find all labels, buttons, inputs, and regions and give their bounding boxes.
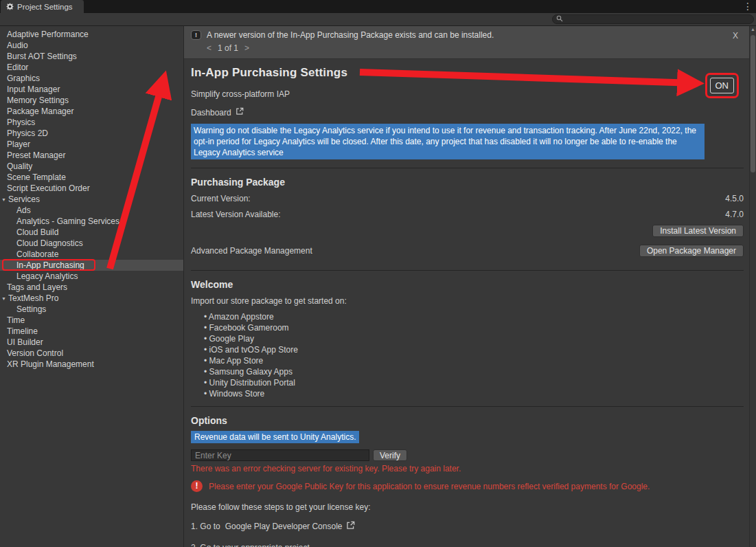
sidebar-item-label: Tags and Layers	[7, 282, 67, 292]
sidebar-item-legacy-analytics[interactable]: Legacy Analytics	[0, 271, 183, 282]
gear-icon	[6, 3, 14, 10]
sidebar-item-script-execution-order[interactable]: Script Execution Order	[0, 183, 183, 194]
search-input[interactable]	[566, 15, 750, 23]
section-divider	[191, 406, 744, 407]
banner-pager: < 1 of 1 >	[207, 43, 742, 53]
scroll-up-icon[interactable]: ▲	[750, 26, 756, 33]
sidebar-item-settings[interactable]: Settings	[0, 304, 183, 315]
purchasing-package-heading: Purchasing Package	[191, 177, 744, 188]
current-version-value: 4.5.0	[725, 194, 744, 203]
dashboard-link-label: Dashboard	[191, 108, 231, 118]
current-version-label: Current Version:	[191, 194, 251, 203]
sidebar-item-label: Services	[8, 194, 40, 204]
sidebar-item-label: Settings	[16, 304, 46, 314]
sidebar-item-label: Editor	[7, 63, 28, 72]
external-link-icon	[346, 521, 355, 532]
sidebar-item-label: Package Manager	[7, 107, 73, 116]
sidebar-item-burst-aot-settings[interactable]: Burst AOT Settings	[0, 51, 183, 62]
search-icon	[556, 14, 563, 24]
search-box[interactable]	[552, 14, 754, 24]
sidebar-item-label: Preset Manager	[7, 150, 65, 160]
sidebar-item-xr-plugin-management[interactable]: XR Plugin Management	[0, 359, 183, 370]
sidebar-item-label: Ads	[16, 205, 31, 215]
toolbar	[0, 13, 756, 26]
store-list: • Amazon Appstore• Facebook Gameroom• Go…	[204, 311, 744, 399]
scrollbar[interactable]: ▲	[749, 26, 756, 547]
sidebar-item-graphics[interactable]: Graphics	[0, 73, 183, 84]
sidebar-item-cloud-diagnostics[interactable]: Cloud Diagnostics	[0, 238, 183, 249]
sidebar-item-package-manager[interactable]: Package Manager	[0, 106, 183, 117]
page-title: In-App Purchasing Settings	[191, 66, 744, 80]
info-icon: !	[191, 30, 201, 40]
sidebar-item-label: Version Control	[7, 348, 63, 358]
sidebar-item-label: Audio	[7, 41, 28, 50]
sidebar-item-label: Timeline	[7, 326, 38, 336]
pager-prev-button[interactable]: <	[207, 43, 211, 53]
sidebar-item-physics-2d[interactable]: Physics 2D	[0, 128, 183, 139]
welcome-intro: Import our store package to get started …	[191, 296, 744, 306]
store-list-item: • Mac App Store	[204, 355, 744, 366]
sidebar-item-preset-manager[interactable]: Preset Manager	[0, 150, 183, 161]
sidebar-item-physics[interactable]: Physics	[0, 117, 183, 128]
sidebar: Adaptive PerformanceAudioBurst AOT Setti…	[0, 26, 183, 547]
google-key-input[interactable]	[191, 449, 369, 461]
pager-next-button[interactable]: >	[244, 43, 249, 53]
install-latest-version-button[interactable]: Install Latest Version	[652, 225, 744, 237]
steps-intro: Please follow these steps to get your li…	[191, 502, 744, 512]
verify-button[interactable]: Verify	[373, 449, 407, 461]
step1-prefix: 1. Go to	[191, 522, 220, 531]
sidebar-item-collaborate[interactable]: Collaborate	[0, 249, 183, 260]
google-play-console-link[interactable]: Google Play Developer Console	[225, 521, 356, 532]
open-package-manager-button[interactable]: Open Package Manager	[639, 245, 744, 257]
sidebar-item-time[interactable]: Time	[0, 315, 183, 326]
sidebar-item-label: Script Execution Order	[7, 183, 90, 193]
kebab-menu-icon[interactable]: ⋮	[743, 1, 753, 12]
google-play-console-link-label: Google Play Developer Console	[225, 522, 343, 531]
sidebar-item-label: Burst AOT Settings	[7, 52, 77, 61]
tab-project-settings[interactable]: Project Settings	[1, 0, 84, 13]
sidebar-item-version-control[interactable]: Version Control	[0, 348, 183, 359]
dashboard-link[interactable]: Dashboard	[191, 107, 244, 118]
sidebar-item-in-app-purchasing[interactable]: In-App Purchasing	[0, 260, 183, 271]
project-settings-window: Project Settings ⋮ Adaptive PerformanceA…	[0, 0, 756, 547]
sidebar-item-textmesh-pro[interactable]: ▼TextMesh Pro	[0, 293, 183, 304]
sidebar-item-editor[interactable]: Editor	[0, 62, 183, 73]
sidebar-item-ads[interactable]: Ads	[0, 205, 183, 216]
simplify-iap-label: Simplify cross-platform IAP	[191, 89, 744, 99]
sidebar-item-label: Legacy Analytics	[16, 271, 78, 281]
sidebar-item-label: Scene Template	[7, 172, 66, 182]
sidebar-item-label: TextMesh Pro	[8, 293, 58, 303]
sidebar-item-label: Physics	[7, 118, 35, 127]
sidebar-item-label: Time	[7, 315, 25, 325]
sidebar-item-audio[interactable]: Audio	[0, 40, 183, 51]
pager-text: 1 of 1	[218, 43, 238, 53]
scrollbar-thumb[interactable]	[751, 35, 755, 172]
sidebar-item-cloud-build[interactable]: Cloud Build	[0, 227, 183, 238]
iap-on-toggle[interactable]: ON	[710, 78, 735, 93]
close-icon[interactable]: X	[733, 31, 738, 41]
google-key-error-text: Please enter your Google Public Key for …	[209, 482, 650, 491]
sidebar-item-services[interactable]: ▼Services	[0, 194, 183, 205]
annotation-red-box-on: ON	[705, 73, 740, 98]
sidebar-item-label: Memory Settings	[7, 96, 69, 105]
sidebar-item-memory-settings[interactable]: Memory Settings	[0, 95, 183, 106]
store-list-item: • Amazon Appstore	[204, 311, 744, 322]
sidebar-item-quality[interactable]: Quality	[0, 161, 183, 172]
sidebar-item-analytics-gaming-services[interactable]: Analytics - Gaming Services	[0, 216, 183, 227]
sidebar-item-input-manager[interactable]: Input Manager	[0, 84, 183, 95]
options-heading: Options	[191, 415, 744, 426]
chevron-down-icon[interactable]: ▼	[1, 194, 8, 205]
sidebar-item-player[interactable]: Player	[0, 139, 183, 150]
store-list-item: • Facebook Gameroom	[204, 322, 744, 333]
sidebar-item-tags-and-layers[interactable]: Tags and Layers	[0, 282, 183, 293]
sidebar-item-label: Collaborate	[16, 249, 58, 259]
error-circle-icon: !	[191, 480, 203, 492]
sidebar-item-adaptive-performance[interactable]: Adaptive Performance	[0, 29, 183, 40]
sidebar-item-timeline[interactable]: Timeline	[0, 326, 183, 337]
sidebar-item-label: UI Builder	[7, 337, 43, 347]
banner-message: A newer version of the In-App Purchasing…	[207, 30, 494, 40]
chevron-down-icon[interactable]: ▼	[1, 293, 8, 304]
sidebar-item-ui-builder[interactable]: UI Builder	[0, 337, 183, 348]
sidebar-item-scene-template[interactable]: Scene Template	[0, 172, 183, 183]
settings-content: ! A newer version of the In-App Purchasi…	[183, 26, 749, 547]
